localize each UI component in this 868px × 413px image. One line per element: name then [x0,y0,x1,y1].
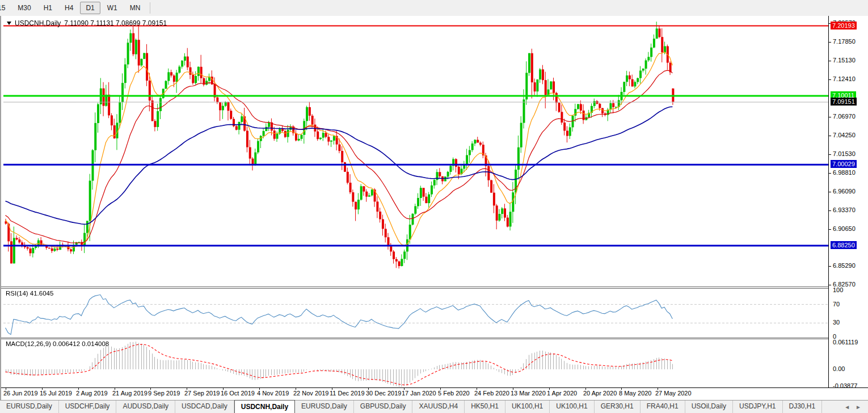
date-label: 17 Jan 2020 [402,390,436,397]
price-axis: 7.205707.178507.151307.124107.069707.042… [829,16,868,387]
chart-title: USDCNH,Daily 7.11090 7.11131 7.08699 7.0… [7,19,167,27]
timeframe-button-15[interactable]: 15 [0,2,11,14]
chart-tab-audusd[interactable]: AUDUSD,Daily [116,401,175,413]
date-label: 16 Oct 2019 [221,390,255,397]
chart-tab-xauusd[interactable]: XAUUSD,H4 [412,401,465,413]
chart-symbol-label: USDCNH,Daily [15,19,61,27]
rsi-panel-canvas[interactable] [3,289,828,338]
price-chart-canvas[interactable] [3,17,828,286]
chart-ohlc-values: 7.11090 7.11131 7.08699 7.09151 [64,19,167,27]
timeframe-button-m30[interactable]: M30 [12,2,36,14]
current-price-badge: 7.09151 [831,98,857,106]
date-label: 1 Apr 2020 [547,390,577,397]
panel-splitter-rsi[interactable] [1,286,868,289]
chart-tab-usdchf[interactable]: USDCHF,Daily [59,401,117,413]
panel-splitter-macd[interactable] [1,338,868,339]
chart-tab-uk100[interactable]: UK100,H1 [505,401,550,413]
date-label: 24 Feb 2020 [474,390,509,397]
date-label: 15 Jul 2019 [40,390,72,397]
tab-scroll-left-icon[interactable]: ◄ [844,404,850,410]
price-tick-label: 7.04250 [833,132,856,138]
timeframe-button-h1[interactable]: H1 [38,2,58,14]
date-label: 9 Sep 2019 [148,390,180,397]
price-tick-mark [829,154,831,155]
date-label: 5 Feb 2020 [438,390,470,397]
timeframe-toolbar: 15M30H1H4D1W1MN [0,0,868,16]
price-tick-mark [829,173,831,174]
date-label: 20 Apr 2020 [583,390,617,397]
price-tick-label: 6.85290 [833,262,856,269]
macd-panel-canvas[interactable] [3,339,828,387]
date-label: 4 Nov 2019 [257,390,289,397]
price-tick-mark [829,285,831,285]
toolbar-separator [150,2,150,14]
price-tick-label: 6.93370 [833,206,856,213]
chart-tab-usdcad[interactable]: USDCAD,Daily [175,401,234,413]
hline-price-badge: 6.88250 [831,241,857,249]
tab-scroll-right-icon[interactable]: ► [856,404,861,410]
price-tick-mark [829,210,831,211]
date-label: 11 Dec 2019 [330,390,365,397]
price-tick-mark [829,117,831,117]
date-label: 27 Sep 2019 [184,390,220,397]
price-tick-mark [829,229,831,230]
chart-tab-eurusd[interactable]: EURUSD,Daily [295,401,354,413]
chart-tab-ger30[interactable]: GER30,H1 [595,401,641,413]
macd-tick-label: 0.061119 [833,339,858,345]
date-label: 21 Aug 2019 [112,390,148,397]
rsi-tick-label: 70 [833,301,840,307]
price-tick-label: 7.17850 [833,38,856,45]
macd-indicator-label: MACD(12,26,9) 0.006412 0.014008 [6,340,109,347]
timeframe-button-mn[interactable]: MN [124,2,146,14]
price-tick-label: 7.12410 [833,75,856,82]
date-label: 22 Nov 2019 [293,390,328,397]
price-tick-label: 6.98810 [833,169,856,176]
price-tick-mark [829,136,831,136]
date-axis: 26 Jun 201915 Jul 20192 Aug 201921 Aug 2… [1,388,868,400]
hline-price-badge: 7.20193 [831,22,857,30]
macd-tick-label: 0.00 [833,365,845,372]
timeframe-button-d1[interactable]: D1 [80,2,100,14]
chart-tab-usdjpy[interactable]: USDJPY,H1 [733,401,782,413]
date-label: 26 Jun 2019 [3,390,38,397]
timeframe-button-w1[interactable]: W1 [102,2,123,14]
rsi-tick-label: 30 [833,319,840,326]
chart-tab-dj30[interactable]: DJ30,H1 [783,401,823,413]
date-label: 27 May 2020 [655,390,692,397]
tab-scroll-arrows: ◄► [837,401,868,413]
price-tick-mark [829,266,831,267]
rsi-tick-label: 100 [833,286,843,293]
chart-tab-eurusd[interactable]: EURUSD,Daily [0,401,59,413]
chart-tab-usoil[interactable]: USOil,Daily [685,401,733,413]
price-tick-label: 7.15130 [833,57,856,64]
chart-tab-uk100[interactable]: UK100,H1 [550,401,594,413]
price-tick-mark [829,61,831,61]
hline-price-badge: 7.00029 [831,160,857,168]
price-tick-mark [829,42,831,43]
date-label: 2 Aug 2019 [76,390,108,397]
timeframe-button-h4[interactable]: H4 [59,2,79,14]
date-label: 30 Dec 2019 [366,390,401,397]
date-label: 13 Mar 2020 [511,390,546,397]
price-tick-label: 6.90650 [833,225,856,232]
price-tick-mark [829,79,831,80]
price-tick-label: 7.01530 [833,150,856,157]
price-tick-label: 7.06970 [833,113,856,120]
chart-tab-hk50[interactable]: HK50,H1 [465,401,505,413]
trading-app: 15M30H1H4D1W1MN USDCNH,Daily 7.11090 7.1… [0,0,868,413]
chart-tab-fra40[interactable]: FRA40,H1 [641,401,685,413]
price-tick-mark [829,192,831,192]
chart-tab-gbpusd[interactable]: GBPUSD,Daily [354,401,413,413]
chart-tab-bar: EURUSD,DailyUSDCHF,DailyAUDUSD,DailyUSDC… [0,400,868,413]
date-label: 8 May 2020 [619,390,651,397]
rsi-indicator-label: RSI(14) 41.6045 [6,290,53,297]
chart-window: USDCNH,Daily 7.11090 7.11131 7.08699 7.0… [0,16,868,400]
chart-tab-usdcnh[interactable]: USDCNH,Daily [234,400,295,413]
price-tick-label: 6.96090 [833,188,856,195]
chart-dropdown-icon[interactable] [7,22,11,25]
